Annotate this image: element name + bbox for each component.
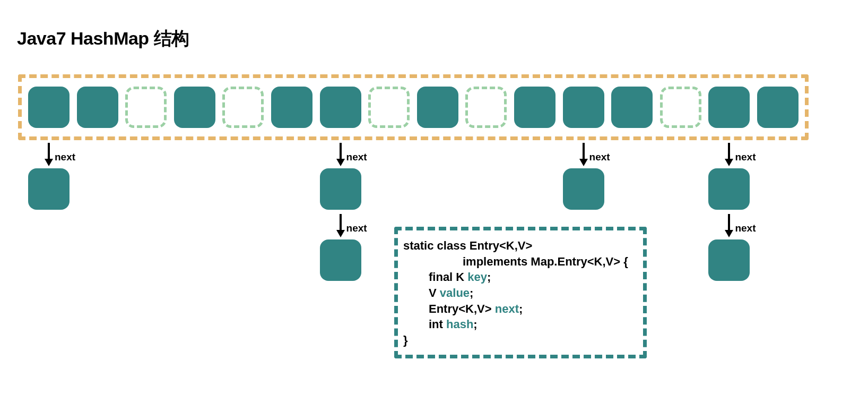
code-field-hash: hash bbox=[446, 318, 473, 331]
code-text: ; bbox=[519, 302, 523, 315]
bucket-10 bbox=[514, 87, 555, 128]
bucket-14 bbox=[708, 87, 750, 128]
bucket-9 bbox=[465, 87, 507, 128]
arrow-label: next bbox=[346, 222, 367, 234]
bucket-12 bbox=[611, 87, 653, 128]
next-arrow: next bbox=[37, 142, 69, 168]
bucket-11 bbox=[563, 87, 604, 128]
code-text: int bbox=[429, 318, 446, 331]
chain-node bbox=[563, 168, 604, 210]
code-line-1b: implements Map.Entry<K,V> { bbox=[403, 254, 638, 270]
arrow-label: next bbox=[589, 151, 610, 163]
code-field-value: value bbox=[440, 286, 470, 299]
bucket-3 bbox=[174, 87, 215, 128]
svg-marker-3 bbox=[336, 159, 345, 166]
next-arrow: next bbox=[717, 213, 749, 239]
arrow-label: next bbox=[735, 222, 756, 234]
svg-marker-9 bbox=[725, 159, 733, 166]
code-line-5: int hash; bbox=[403, 316, 638, 332]
hash-array-container bbox=[18, 74, 809, 140]
code-line-1a: static class Entry<K,V> bbox=[403, 238, 638, 254]
arrow-label: next bbox=[55, 151, 75, 163]
code-line-3: V value; bbox=[403, 285, 638, 301]
code-field-key: key bbox=[467, 270, 487, 284]
next-arrow: next bbox=[329, 213, 361, 239]
svg-marker-7 bbox=[579, 159, 588, 166]
chain-node bbox=[28, 168, 70, 210]
code-text: Entry<K,V> bbox=[429, 302, 495, 315]
bucket-5 bbox=[271, 87, 313, 128]
bucket-4 bbox=[222, 87, 264, 128]
code-line-6: } bbox=[403, 332, 638, 348]
bucket-6 bbox=[320, 87, 361, 128]
bucket-13 bbox=[660, 87, 701, 128]
diagram-title: Java7 HashMap 结构 bbox=[17, 27, 189, 51]
code-line-4: Entry<K,V> next; bbox=[403, 301, 638, 317]
next-arrow: next bbox=[572, 142, 604, 168]
code-line-2: final K key; bbox=[403, 269, 638, 285]
arrow-label: next bbox=[735, 151, 756, 163]
chain-node bbox=[708, 168, 750, 210]
bucket-7 bbox=[368, 87, 410, 128]
next-arrow: next bbox=[329, 142, 361, 168]
code-text: ; bbox=[473, 318, 477, 331]
chain-node bbox=[708, 239, 750, 281]
bucket-8 bbox=[417, 87, 458, 128]
bucket-15 bbox=[757, 87, 798, 128]
next-arrow: next bbox=[717, 142, 749, 168]
svg-marker-11 bbox=[725, 230, 733, 237]
entry-code-box: static class Entry<K,V> implements Map.E… bbox=[394, 227, 647, 358]
code-text: ; bbox=[470, 286, 473, 299]
code-text: ; bbox=[487, 270, 491, 284]
bucket-2 bbox=[125, 87, 167, 128]
code-field-next: next bbox=[495, 302, 519, 315]
arrow-label: next bbox=[346, 151, 367, 163]
code-text: final K bbox=[429, 270, 467, 284]
chain-node bbox=[320, 239, 361, 281]
code-text: V bbox=[429, 286, 440, 299]
bucket-0 bbox=[28, 87, 70, 128]
svg-marker-5 bbox=[336, 230, 345, 237]
svg-marker-1 bbox=[45, 159, 53, 166]
chain-node bbox=[320, 168, 361, 210]
bucket-1 bbox=[77, 87, 118, 128]
